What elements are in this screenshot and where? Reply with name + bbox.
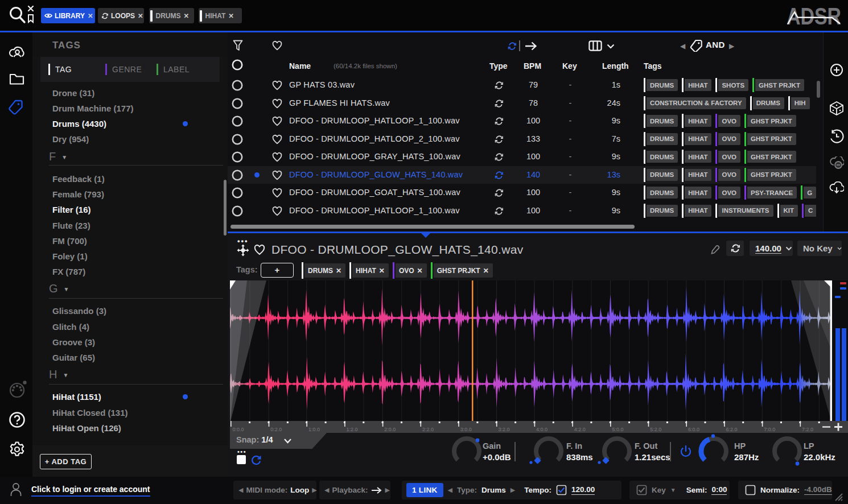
svg-text:7:0.0: 7:0.0 [764,427,775,432]
svg-text:2:2.0: 2:2.0 [422,427,434,432]
svg-text:1:2.0: 1:2.0 [347,427,358,432]
svg-text:3:0.0: 3:0.0 [460,427,472,432]
svg-text:0:2.0: 0:2.0 [270,427,282,432]
svg-text:3:2.0: 3:2.0 [498,427,509,432]
svg-text:4:2.0: 4:2.0 [574,427,586,432]
svg-text:5:2.0: 5:2.0 [650,427,661,432]
svg-text:0:0.0: 0:0.0 [233,427,244,432]
svg-text:1:0.0: 1:0.0 [308,427,320,432]
svg-text:6:2.0: 6:2.0 [726,427,738,432]
svg-text:2:0.0: 2:0.0 [384,427,396,432]
svg-text:4:0.0: 4:0.0 [536,427,548,432]
svg-text:6:0.0: 6:0.0 [688,427,699,432]
svg-text:ADSR: ADSR [787,5,841,27]
svg-text:5:0.0: 5:0.0 [612,427,624,432]
svg-text:7:2.0: 7:2.0 [802,427,813,432]
